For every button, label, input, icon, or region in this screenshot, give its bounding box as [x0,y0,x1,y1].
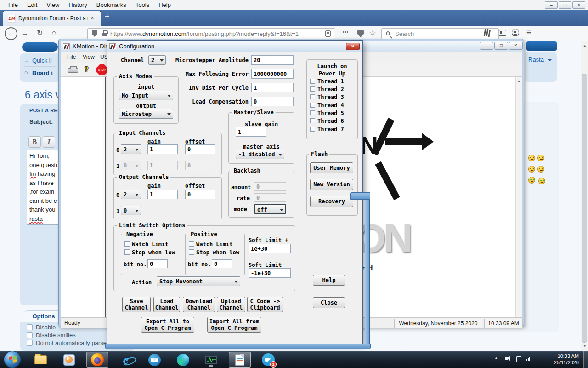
taskbar-media-player[interactable] [58,352,80,368]
master-axis-dropdown[interactable]: -1 disabled [236,150,284,159]
c-code-clipboard-button[interactable]: C Code ->Clipboard [247,297,283,312]
menu-history[interactable]: History [64,1,91,8]
lead-compensation-input[interactable] [251,97,294,106]
board-index-link[interactable]: Board i [32,69,53,76]
hamburger-menu-icon[interactable]: ≡ [526,28,531,37]
taskbar-firefox[interactable] [86,352,108,368]
start-button[interactable] [4,351,21,368]
lock-icon[interactable] [102,33,107,36]
browser-tab[interactable]: DM Dynomotion Forum - Post a rep × [3,11,101,26]
page-actions-icon[interactable]: ••• [343,29,349,34]
italic-button[interactable]: I [43,136,55,148]
thread5-checkbox[interactable] [310,110,315,115]
neg-bit-input[interactable] [147,259,168,268]
help-icon[interactable]: ? [85,65,89,74]
dialog-close-icon[interactable]: × [346,43,360,50]
reload-icon[interactable]: ↻ [37,29,43,37]
import-all-button[interactable]: Import All fromOpen C Program [207,317,261,333]
new-tab-button[interactable]: + [105,12,110,22]
smiley-icon[interactable] [537,155,544,161]
input-ch0-offset[interactable] [185,144,215,154]
back-icon[interactable]: ← [5,27,17,40]
thread6-checkbox[interactable] [310,118,315,123]
disable-checkbox[interactable] [27,324,33,330]
window-close-icon[interactable]: × [572,1,585,9]
url-text[interactable]: https://www.dynomotion.com/forum/posting… [110,30,320,37]
neg-stop-when-low-checkbox[interactable] [124,249,130,255]
thread7-checkbox[interactable] [310,126,315,132]
neg-watch-limit-checkbox[interactable] [124,241,130,247]
scroll-up-icon[interactable]: ▲ [583,44,587,48]
bold-button[interactable]: B [28,136,41,148]
output-ch0-dropdown[interactable]: 2 [121,190,141,199]
account-icon[interactable] [512,29,519,36]
smiley-icon[interactable] [537,166,544,172]
scroll-down-icon[interactable]: ▼ [583,344,587,348]
taskbar-kmotion[interactable] [200,352,222,368]
thread1-checkbox[interactable] [310,79,315,84]
pos-watch-limit-checkbox[interactable] [189,241,194,247]
tray-app-icon[interactable] [516,356,521,362]
scroll-up-icon[interactable]: ▲ [517,79,521,83]
menu-file[interactable]: File [4,1,23,8]
input-ch0-gain[interactable] [147,144,178,154]
quick-links-label[interactable]: Quick li [32,57,52,64]
recovery-button[interactable]: Recovery [310,196,353,207]
backlash-mode-dropdown[interactable]: off [254,204,286,214]
kmotion-menu-view[interactable]: View [83,54,95,60]
network-icon[interactable] [526,355,533,361]
inv-dist-per-cycle-input[interactable] [251,83,294,92]
close-icon[interactable]: × [509,42,523,50]
close-button[interactable]: Close [313,297,345,308]
splitter[interactable] [105,77,106,317]
user-memory-button[interactable]: User Memory [310,162,353,173]
menu-tools[interactable]: Tools [131,1,154,8]
kmotion-scrollbar[interactable]: ▲ [515,77,522,317]
user-menu[interactable]: Rasta [528,56,544,63]
taskbar-internet-explorer[interactable]: e [115,352,137,368]
stop-icon[interactable]: STOP [96,64,107,75]
thread3-checkbox[interactable] [310,94,315,99]
maximize-icon[interactable]: □ [494,42,508,50]
taskbar-telegram[interactable]: 1 [257,352,279,368]
menu-view[interactable]: View [42,1,64,8]
options-tab[interactable]: Options [25,310,62,322]
tray-expand-icon[interactable]: ▲ [494,356,498,360]
taskbar-explorer[interactable] [29,352,51,368]
soft-limit-minus-input[interactable] [249,268,291,278]
kmotion-menu-file[interactable]: File [67,54,76,60]
download-channel-button[interactable]: DownloadChannel [183,297,215,312]
minimize-icon[interactable]: – [480,42,493,50]
max-following-error-input[interactable] [251,69,294,79]
input-ch0-dropdown[interactable]: 2 [121,144,141,154]
pos-bit-input[interactable] [212,259,232,268]
pos-stop-when-low-checkbox[interactable] [189,249,194,255]
new-version-button[interactable]: New Version [310,179,353,190]
output-ch1-dropdown[interactable]: 0 [121,206,141,215]
taskbar-thunderbird[interactable] [143,352,165,368]
soft-limit-plus-input[interactable] [249,244,291,253]
help-button[interactable]: Help [313,275,345,286]
bookmark-star-icon[interactable]: ☆ [369,28,376,38]
tab-close-icon[interactable]: × [90,14,94,22]
smiley-icon[interactable] [528,155,535,161]
page-scrollbar-thumb[interactable] [582,74,587,343]
window-restore-icon[interactable]: □ [559,1,571,9]
menu-bookmarks[interactable]: Bookmarks [92,1,131,8]
slave-gain-input[interactable] [236,127,266,137]
microstepper-amplitude-input[interactable] [251,55,294,65]
dialog-titlebar[interactable]: Configuration × [107,41,362,52]
home-icon[interactable]: ⌂ [51,28,57,38]
print-icon[interactable] [68,68,78,73]
output-ch0-offset[interactable] [185,190,215,199]
smiley-glasses-icon[interactable] [528,177,535,184]
output-ch0-gain[interactable] [147,190,178,199]
smiley-icon[interactable] [528,166,535,172]
thread4-checkbox[interactable] [310,103,315,108]
save-channel-button[interactable]: SaveChannel [122,297,151,312]
reader-mode-icon[interactable] [325,30,331,37]
sidebar-icon[interactable] [499,30,506,36]
load-channel-button[interactable]: LoadChannel [153,297,180,312]
tray-clock[interactable]: 10:33 AM 25/11/2020 [540,353,579,366]
no-parse-urls-checkbox[interactable] [27,340,33,346]
